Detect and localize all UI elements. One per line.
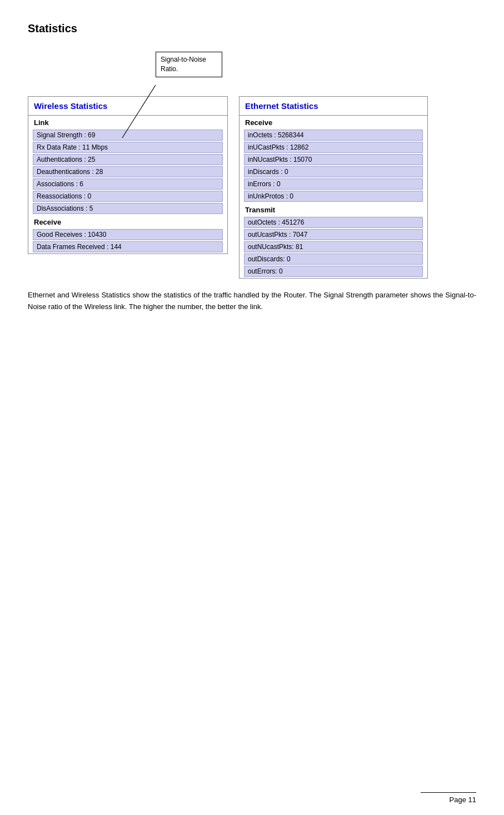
stat-row: Signal Strength : 69	[33, 130, 223, 141]
wireless-panel-title: Wireless Statistics	[28, 97, 227, 116]
stat-row: DisAssociations : 5	[33, 203, 223, 214]
stat-row: inDiscards : 0	[244, 166, 423, 177]
stat-row: Deauthentications : 28	[33, 166, 223, 177]
page-footer: Page 11	[421, 792, 476, 804]
stat-row: Rx Data Rate : 11 Mbps	[33, 142, 223, 153]
wireless-link-label: Link	[28, 116, 227, 128]
stat-row: Reassociations : 0	[33, 191, 223, 202]
stat-row: outErrors: 0	[244, 266, 423, 277]
stat-row: inNUcastPkts : 15070	[244, 154, 423, 165]
wireless-receive-label: Receive	[28, 215, 227, 228]
stat-row: outNUcastPkts: 81	[244, 241, 423, 252]
stat-row: inErrors : 0	[244, 178, 423, 190]
stat-row: Data Frames Received : 144	[33, 241, 223, 252]
ethernet-panel: Ethernet Statistics Receive inOctets : 5…	[239, 96, 428, 279]
callout-text: Signal-to-Noise Ratio.	[161, 56, 206, 73]
stat-row: Associations : 6	[33, 178, 223, 190]
stat-row: inUnkProtos : 0	[244, 191, 423, 202]
stat-row: outUcastPkts : 7047	[244, 229, 423, 240]
ethernet-panel-title: Ethernet Statistics	[239, 97, 427, 116]
ethernet-transmit-label: Transmit	[239, 203, 427, 216]
stat-row: Good Receives : 10430	[33, 229, 223, 240]
stat-row: Authentications : 25	[33, 154, 223, 165]
callout-box: Signal-to-Noise Ratio.	[156, 52, 222, 77]
stat-row: inOctets : 5268344	[244, 130, 423, 141]
stat-row: inUCastPkts : 12862	[244, 142, 423, 153]
page-title: Statistics	[28, 22, 476, 35]
stat-row: outDiscards: 0	[244, 254, 423, 265]
stat-row: outOctets : 451276	[244, 217, 423, 228]
ethernet-receive-label: Receive	[239, 116, 427, 128]
description-text: Ethernet and Wireless Statistics show th…	[28, 290, 476, 313]
wireless-panel: Wireless Statistics Link Signal Strength…	[28, 96, 228, 254]
